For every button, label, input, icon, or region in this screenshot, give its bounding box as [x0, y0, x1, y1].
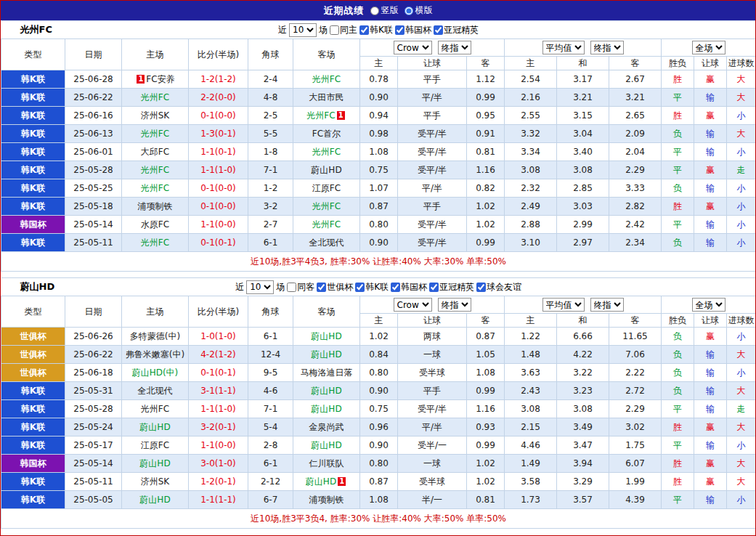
games-count-select[interactable]: 10 [289, 23, 317, 37]
horizontal-layout-radio[interactable] [405, 7, 413, 15]
games-count-select[interactable]: 10 [246, 280, 274, 294]
col-header-handicap_result: 让球 [694, 57, 727, 70]
euro-away-odds: 2.65 [609, 107, 662, 125]
summary-text: 近10场,胜3平3负4, 胜率:30% 让胜率:40% 大率:50% 单率:50… [1, 509, 756, 529]
same-venue-filter[interactable]: 同主 [330, 24, 357, 36]
asian-away-odds: 0.99 [467, 436, 505, 455]
league-filter-2[interactable]: 韩国杯 [391, 281, 427, 293]
asian-away-odds: 1.16 [467, 161, 505, 179]
asian-home-odds: 1.08 [360, 491, 398, 509]
layout-option-horizontal[interactable]: 横版 [405, 4, 433, 17]
away-team-cell: 光州FC [293, 143, 360, 161]
league-filter-0[interactable]: 韩K联 [359, 24, 393, 36]
asian-home-odds: 0.87 [360, 198, 398, 216]
asian-handicap: 受平/半 [398, 234, 467, 252]
euro-away-odds: 2.67 [609, 70, 662, 89]
handicap-result-cell: 输 [694, 216, 727, 234]
team-name: 光州FC [312, 74, 341, 84]
league-filter-3-checkbox[interactable] [429, 283, 439, 292]
league-filter-2-checkbox[interactable] [391, 283, 400, 292]
league-filter-2-checkbox[interactable] [434, 25, 443, 35]
league-filter-1-checkbox[interactable] [355, 283, 365, 292]
vertical-layout-label: 竖版 [381, 4, 399, 17]
league-badge: 韩K联 [1, 179, 65, 198]
same-venue-filter-checkbox[interactable] [330, 25, 339, 35]
asian-handicap: 两球 [398, 328, 467, 346]
league-filter-3[interactable]: 亚冠精英 [429, 281, 474, 293]
asian-handicap: 平/半 [398, 89, 467, 107]
scope-select[interactable]: 全场 [692, 41, 725, 54]
asian-handicap: 受平/半 [398, 216, 467, 234]
league-filter-0-checkbox[interactable] [359, 25, 369, 35]
asian-home-odds: 0.90 [360, 436, 398, 455]
euro-company-select[interactable]: 平均值 [542, 41, 585, 54]
col-header-asian_home: 主 [360, 314, 398, 328]
league-filter-0-checkbox[interactable] [317, 283, 326, 292]
team-name: 蔚山HD [139, 495, 170, 505]
euro-time-select[interactable]: 终指 [590, 298, 624, 312]
euro-home-odds: 2.32 [505, 179, 557, 198]
league-badge: 韩国杯 [1, 216, 65, 234]
league-filter-0[interactable]: 世俱杯 [317, 281, 353, 293]
euro-away-odds: 2.29 [609, 400, 662, 418]
euro-time-select[interactable]: 终指 [590, 41, 624, 54]
score-cell: 1-1(1-1) [189, 491, 248, 509]
league-filter-4-checkbox[interactable] [476, 283, 486, 292]
col-header-date: 日期 [65, 296, 122, 328]
asian-handicap: 平手 [398, 107, 467, 125]
games-suffix: 场 [276, 281, 285, 293]
league-filter-1[interactable]: 韩K联 [355, 281, 389, 293]
section-gap [1, 272, 755, 277]
euro-home-odds: 1.22 [505, 328, 557, 346]
same-venue-filter[interactable]: 同客 [287, 281, 314, 293]
euro-home-odds: 4.46 [505, 436, 557, 455]
col-header-corner: 角球 [248, 39, 293, 70]
goals-result-cell: 小 [727, 234, 756, 252]
league-filter-2[interactable]: 亚冠精英 [434, 24, 479, 36]
col-header-result: 胜负 [662, 57, 694, 70]
asian-company-select[interactable]: Crow [394, 298, 432, 312]
euro-home-odds: 2.49 [505, 198, 557, 216]
asian-time-select[interactable]: 终指 [438, 41, 471, 54]
result-cell: 平 [662, 89, 694, 107]
asian-away-odds: 1.02 [467, 198, 505, 216]
page-title: 近期战绩 [324, 4, 365, 17]
column-header-row: 类型日期主场比分(半场)角球客场Crow终指平均值终指全场 [1, 296, 756, 314]
league-filter-1-checkbox[interactable] [395, 25, 405, 35]
team-name: 多特蒙德(中) [130, 331, 180, 341]
asian-home-odds: 1.08 [360, 143, 398, 161]
asian-away-odds: 0.87 [467, 328, 505, 346]
goals-result-cell: 大 [727, 89, 756, 107]
col-header-result: 胜负 [662, 314, 694, 328]
match-date: 25-06-22 [65, 346, 122, 364]
goals-result-cell: 小 [727, 436, 756, 455]
home-team-cell: 大邱FC [122, 143, 189, 161]
scope-select[interactable]: 全场 [692, 298, 725, 312]
goals-result-cell: 大 [727, 125, 756, 143]
match-date: 25-05-18 [65, 198, 122, 216]
team-name: 蔚山HD [311, 440, 341, 450]
asian-away-odds: 0.91 [467, 125, 505, 143]
asian-company-select[interactable]: Crow [394, 41, 432, 54]
vertical-layout-radio[interactable] [370, 7, 379, 15]
match-row: 韩K联25-05-24蔚山HD3-2(0-1)5-4金泉尚武0.96平/半0.9… [1, 418, 756, 436]
euro-away-odds: 2.29 [609, 161, 662, 179]
match-row: 韩K联25-06-16济州SK0-1(0-0)2-5光州FC10.94平手0.9… [1, 107, 756, 125]
match-date: 25-05-17 [65, 436, 122, 455]
team-title: 光州FC [20, 23, 52, 36]
col-header-handicap_result: 让球 [694, 314, 727, 328]
league-filter-1[interactable]: 韩国杯 [395, 24, 431, 36]
layout-option-vertical[interactable]: 竖版 [370, 4, 399, 17]
match-row: 韩K联25-05-11光州FC0-1(0-1)6-1全北现代0.90受平/半0.… [1, 234, 756, 252]
asian-handicap: 平手 [398, 382, 467, 400]
corner-cell: 7-1 [248, 161, 293, 179]
column-header-row: 类型日期主场比分(半场)角球客场Crow终指平均值终指全场 [1, 39, 756, 57]
corner-cell: 2-7 [248, 216, 293, 234]
league-filter-4[interactable]: 球会友谊 [476, 281, 521, 293]
asian-time-select[interactable]: 终指 [438, 298, 471, 312]
euro-away-odds: 1.99 [609, 473, 662, 491]
same-venue-filter-checkbox[interactable] [287, 283, 296, 292]
score-cell: 0-1(0-0) [189, 198, 248, 216]
euro-company-select[interactable]: 平均值 [542, 298, 585, 312]
result-cell: 负 [662, 364, 694, 382]
